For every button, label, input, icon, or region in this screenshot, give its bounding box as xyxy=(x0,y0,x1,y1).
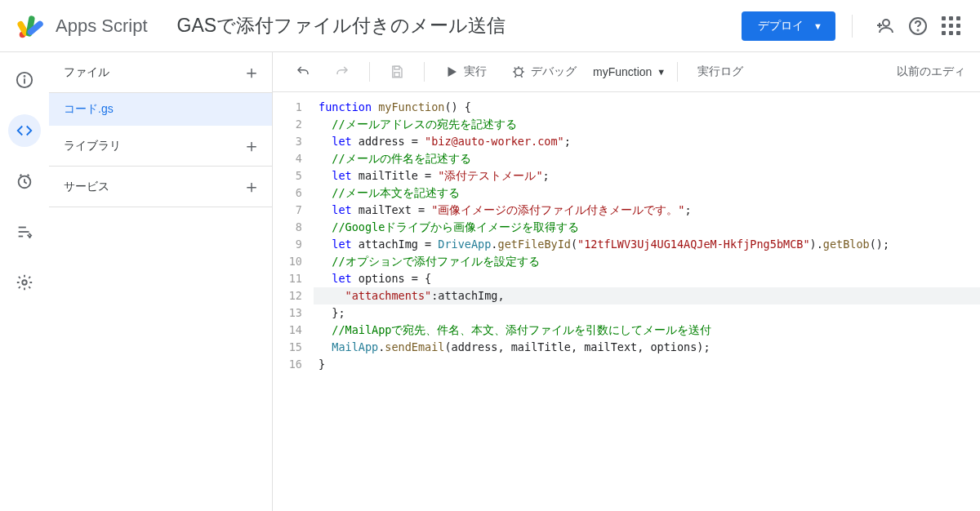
svg-point-18 xyxy=(515,69,523,76)
svg-marker-17 xyxy=(448,67,457,77)
execution-log-button[interactable]: 実行ログ xyxy=(689,60,751,84)
run-button[interactable]: 実行 xyxy=(436,60,495,84)
run-label: 実行 xyxy=(464,64,487,79)
redo-icon xyxy=(335,64,350,79)
bug-icon xyxy=(511,64,526,79)
person-add-icon xyxy=(875,16,895,36)
files-label: ファイル xyxy=(64,65,109,80)
nav-executions[interactable] xyxy=(8,216,41,248)
help-icon xyxy=(908,16,928,36)
project-title[interactable]: GASで添付ファイル付きのメール送信 xyxy=(177,13,506,38)
svg-rect-15 xyxy=(394,66,399,69)
redo-button[interactable] xyxy=(327,60,358,84)
add-file-button[interactable]: ＋ xyxy=(241,62,262,83)
files-section: ファイル ＋ xyxy=(49,52,272,93)
services-label: サービス xyxy=(64,180,109,194)
undo-icon xyxy=(296,64,310,79)
divider xyxy=(852,15,853,38)
apps-menu-button[interactable] xyxy=(934,10,967,42)
code-lines[interactable]: function myFunction() { //メールアドレスの宛先を記述す… xyxy=(314,92,980,511)
brand-text: Apps Script xyxy=(56,16,148,37)
apps-script-logo-icon xyxy=(16,11,46,41)
add-library-button[interactable]: ＋ xyxy=(241,136,262,157)
nav-triggers[interactable] xyxy=(8,165,41,198)
left-nav xyxy=(0,52,49,511)
library-label: ライブラリ xyxy=(64,139,121,153)
legacy-editor-link[interactable]: 以前のエディ xyxy=(897,64,965,79)
function-name: myFunction xyxy=(593,65,652,78)
nav-editor[interactable] xyxy=(8,114,41,147)
header: Apps Script GASで添付ファイル付きのメール送信 デプロイ ▼ xyxy=(0,0,980,52)
undo-button[interactable] xyxy=(287,60,318,84)
deploy-button[interactable]: デプロイ ▼ xyxy=(742,11,835,41)
svg-point-4 xyxy=(883,20,889,26)
svg-point-6 xyxy=(918,29,919,30)
play-icon xyxy=(444,64,459,79)
caret-down-icon: ▼ xyxy=(813,21,822,31)
nav-settings[interactable] xyxy=(8,266,41,299)
debug-label: デバッグ xyxy=(531,64,577,79)
logo: Apps Script xyxy=(16,11,148,41)
services-section: サービス ＋ xyxy=(49,167,272,207)
save-icon xyxy=(390,64,404,79)
debug-button[interactable]: デバッグ xyxy=(503,60,585,84)
editor-panel: 実行 デバッグ myFunction ▼ 実行ログ 以前のエディ 1234567… xyxy=(273,52,980,511)
svg-rect-16 xyxy=(394,73,399,77)
list-icon xyxy=(16,223,33,241)
share-button[interactable] xyxy=(869,10,902,42)
editor-toolbar: 実行 デバッグ myFunction ▼ 実行ログ 以前のエディ xyxy=(273,52,980,92)
clock-icon xyxy=(16,172,33,190)
gear-icon xyxy=(16,273,33,291)
files-panel: ファイル ＋ コード.gs ライブラリ ＋ サービス ＋ xyxy=(49,52,273,511)
add-service-button[interactable]: ＋ xyxy=(241,176,262,198)
svg-point-9 xyxy=(24,76,25,77)
caret-down-icon: ▼ xyxy=(657,67,666,77)
line-gutter: 12345678910111213141516 xyxy=(273,92,314,511)
apps-grid-icon xyxy=(942,16,960,35)
file-item[interactable]: コード.gs xyxy=(49,93,272,126)
info-icon xyxy=(16,71,33,89)
code-editor[interactable]: 12345678910111213141516 function myFunct… xyxy=(273,92,980,511)
function-select[interactable]: myFunction ▼ xyxy=(593,65,666,78)
deploy-label: デプロイ xyxy=(758,19,804,33)
code-icon xyxy=(16,122,33,140)
help-button[interactable] xyxy=(902,10,934,42)
save-button[interactable] xyxy=(381,60,412,84)
library-section: ライブラリ ＋ xyxy=(49,126,272,167)
svg-point-14 xyxy=(22,280,27,285)
nav-overview[interactable] xyxy=(8,64,41,96)
